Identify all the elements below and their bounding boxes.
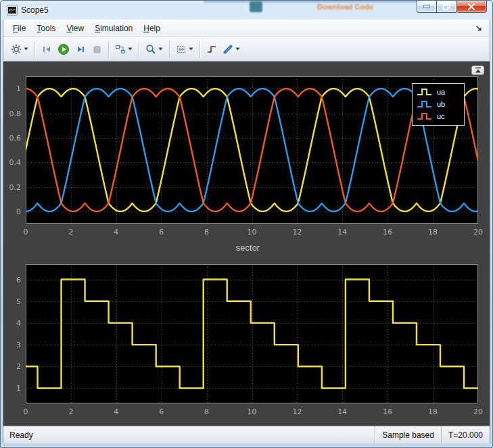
dropdown-caret-icon — [24, 47, 28, 51]
restore-button[interactable] — [437, 1, 456, 13]
background-bleed-icon — [250, 1, 262, 12]
menu-file-label: File — [13, 24, 26, 33]
legend-line-icon — [417, 87, 433, 97]
menu-file[interactable]: File — [7, 21, 31, 36]
step-back-button[interactable] — [39, 40, 55, 58]
dropdown-caret-icon — [128, 47, 133, 51]
scope-display-area: ua ub uc sector — [3, 61, 490, 426]
step-back-icon — [41, 44, 52, 55]
menu-help-label: Help — [143, 24, 160, 33]
glass-reflection — [204, 1, 427, 3]
legend-line-icon — [417, 99, 433, 109]
scope-app-icon — [7, 5, 18, 16]
status-sim-time: T=20.000 — [441, 426, 490, 443]
gear-icon — [11, 44, 22, 55]
menu-simulation-label: Simulation — [95, 24, 133, 33]
toolbar-separator — [199, 41, 200, 57]
toolbar-separator — [108, 41, 109, 57]
minimize-icon — [423, 5, 430, 8]
legend-label: ub — [437, 100, 445, 108]
close-button[interactable] — [456, 1, 487, 13]
status-sample-mode: Sample based — [375, 426, 441, 443]
menu-help[interactable]: Help — [138, 21, 166, 36]
run-icon — [57, 43, 70, 55]
background-bleed-text: Download Code — [317, 3, 373, 11]
step-forward-icon — [75, 44, 86, 55]
stop-icon — [91, 44, 102, 55]
stop-button[interactable] — [89, 40, 105, 58]
sector-chart[interactable] — [3, 260, 490, 422]
trigger-button[interactable] — [204, 40, 220, 58]
measurements-button[interactable] — [220, 40, 243, 58]
statusbar: Ready Sample based T=20.000 — [3, 426, 490, 443]
legend-item: ua — [417, 86, 460, 98]
titlebar[interactable]: Download Code Scope5 — [1, 1, 492, 20]
legend-label: ua — [437, 88, 445, 96]
menu-tools[interactable]: Tools — [31, 21, 61, 36]
status-message: Ready — [3, 426, 375, 443]
legend[interactable]: ua ub uc — [412, 83, 465, 126]
run-button[interactable] — [55, 40, 72, 58]
toolbar-separator — [34, 41, 35, 57]
menu-simulation[interactable]: Simulation — [89, 21, 138, 36]
window-bottom-border — [1, 443, 492, 447]
restore-icon — [442, 3, 450, 10]
dropdown-caret-icon — [158, 47, 163, 51]
menu-view[interactable]: View — [61, 21, 89, 36]
legend-label: uc — [437, 112, 445, 120]
dropdown-caret-icon — [235, 47, 240, 51]
magnifier-icon — [145, 44, 156, 55]
minimize-button[interactable] — [417, 1, 437, 13]
span-icon — [176, 44, 187, 55]
toolbar-separator — [169, 41, 170, 57]
window-controls — [417, 1, 487, 13]
close-icon — [467, 3, 475, 10]
scope-window: Download Code Scope5 — [0, 0, 493, 448]
dock-arrow-icon[interactable] — [475, 24, 483, 32]
measurements-icon — [222, 44, 233, 55]
toolbar-separator — [139, 41, 139, 57]
legend-line-icon — [417, 111, 433, 121]
toolbar — [3, 37, 490, 61]
highlight-block-icon — [115, 44, 126, 55]
trigger-icon — [206, 44, 217, 55]
span-button[interactable] — [173, 40, 196, 58]
sector-chart-title: sector — [3, 243, 490, 253]
zoom-button[interactable] — [143, 40, 166, 58]
menu-tools-label: Tools — [37, 24, 55, 33]
highlight-block-button[interactable] — [112, 40, 135, 58]
step-forward-button[interactable] — [72, 40, 89, 58]
legend-item: uc — [417, 110, 460, 122]
settings-button[interactable] — [8, 40, 31, 58]
menu-view-label: View — [66, 24, 84, 33]
legend-item: ub — [417, 98, 460, 110]
window-title: Scope5 — [21, 5, 49, 15]
dropdown-caret-icon — [189, 47, 193, 51]
menubar: File Tools View Simulation Help — [3, 20, 490, 37]
